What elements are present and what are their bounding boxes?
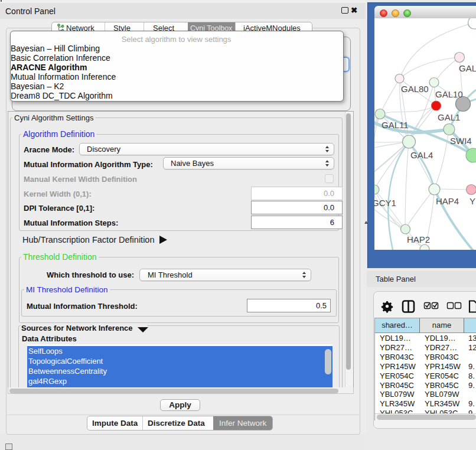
- svg-text:GCY1: GCY1: [374, 198, 396, 208]
- svg-text:GAL11: GAL11: [382, 120, 409, 130]
- svg-text:HAP4: HAP4: [436, 196, 459, 206]
- svg-text:GAL4: GAL4: [410, 150, 433, 160]
- svg-text:HAP2: HAP2: [407, 234, 430, 244]
- svg-text:GAL10: GAL10: [435, 89, 463, 99]
- svg-text:GAL1: GAL1: [438, 112, 460, 122]
- svg-text:GAL7: GAL7: [459, 63, 476, 73]
- svg-text:GAL80: GAL80: [401, 84, 429, 94]
- svg-text:SWI4: SWI4: [450, 136, 472, 146]
- svg-text:Y: Y: [470, 196, 475, 206]
